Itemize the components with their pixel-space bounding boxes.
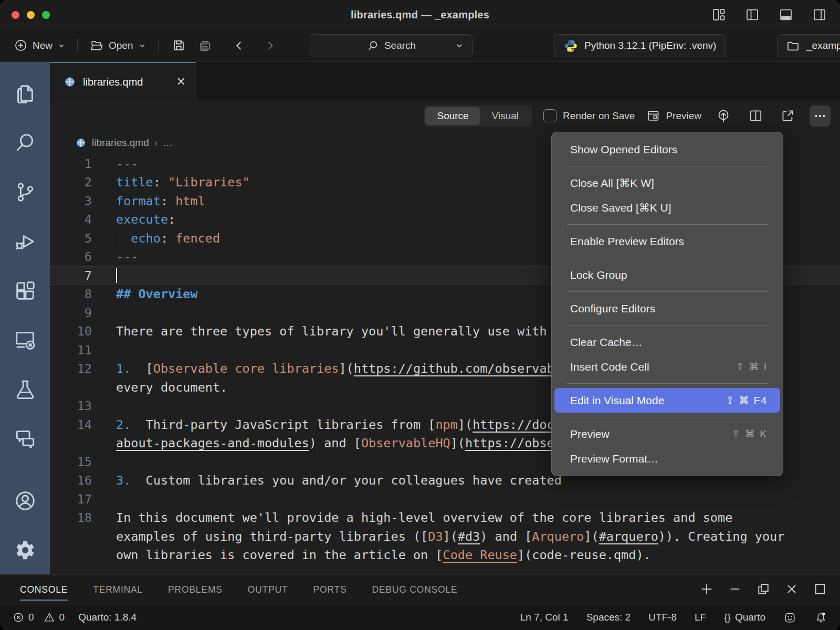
visual-mode-button[interactable]: Visual — [480, 107, 530, 125]
zoom-window-button[interactable] — [42, 11, 50, 19]
testing-icon[interactable] — [9, 371, 41, 408]
chevron-down-icon — [57, 41, 66, 50]
run-and-debug-icon[interactable] — [9, 223, 41, 260]
code-row[interactable]: 18In this document we'll provide a high-… — [50, 509, 840, 528]
language-mode-status[interactable]: {} Quarto — [724, 612, 765, 623]
eol-status[interactable]: LF — [695, 612, 706, 623]
panel-tab-terminal[interactable]: TERMINAL — [93, 580, 143, 600]
indentation-status[interactable]: Spaces: 2 — [586, 612, 631, 623]
settings-gear-icon[interactable] — [9, 531, 41, 569]
code-line-text: format: html — [116, 194, 205, 208]
preview-button[interactable]: Preview — [646, 109, 701, 123]
panel-tab-console[interactable]: CONSOLE — [20, 580, 68, 600]
breadcrumb-file[interactable]: libraries.qmd — [92, 137, 149, 149]
menu-item-label: Show Opened Editors — [570, 143, 677, 156]
panel-tab-problems[interactable]: PROBLEMS — [168, 580, 223, 600]
menu-item-label: Clear Cache… — [570, 336, 643, 349]
tab-close-icon[interactable]: ✕ — [176, 75, 186, 89]
project-selector[interactable]: _examples — [777, 34, 840, 57]
breadcrumb-ellipsis[interactable]: … — [163, 137, 173, 149]
code-line-text: examples of using third-party libraries … — [116, 529, 784, 544]
code-row[interactable]: own libraries is covered in the article … — [50, 546, 840, 565]
source-mode-button[interactable]: Source — [425, 107, 480, 125]
toggle-primary-sidebar-icon[interactable] — [741, 4, 763, 26]
code-line-text: every document. — [116, 380, 227, 395]
save-button[interactable] — [168, 35, 190, 56]
minimize-panel-icon[interactable] — [728, 582, 742, 598]
line-number: 18 — [50, 510, 92, 525]
close-panel-icon[interactable] — [784, 582, 799, 598]
plus-circle-icon — [14, 38, 28, 52]
new-console-plus-icon[interactable] — [699, 582, 714, 598]
menu-item-lock-group[interactable]: Lock Group — [554, 262, 780, 287]
menu-item-preview-format[interactable]: Preview Format… — [554, 446, 780, 471]
menu-item-preview[interactable]: Preview⇧ ⌘ K — [554, 422, 780, 446]
chat-icon[interactable] — [9, 420, 41, 458]
menu-item-label: Preview — [570, 428, 610, 440]
menu-item-enable-preview-editors[interactable]: Enable Preview Editors — [554, 229, 780, 254]
extensions-icon[interactable] — [9, 272, 41, 310]
menu-item-label: Lock Group — [570, 269, 627, 281]
maximize-panel-icon[interactable] — [813, 582, 827, 598]
new-button[interactable]: New — [12, 35, 68, 56]
folder-open-icon — [89, 38, 104, 53]
toolbar-divider — [158, 39, 159, 52]
minimize-window-button[interactable] — [27, 11, 35, 19]
menu-item-label: Close Saved [⌘K U] — [570, 202, 671, 214]
menu-item-insert-code-cell[interactable]: Insert Code Cell⇧ ⌘ I — [554, 354, 780, 379]
account-icon[interactable] — [9, 482, 41, 520]
panel-tab-output[interactable]: OUTPUT — [248, 580, 288, 600]
menu-item-close-all-k-w[interactable]: Close All [⌘K W] — [554, 171, 780, 195]
encoding-status[interactable]: UTF-8 — [648, 612, 677, 623]
panel-tab-ports[interactable]: PORTS — [313, 580, 346, 600]
search-icon[interactable] — [9, 124, 41, 162]
tab-libraries-qmd[interactable]: libraries.qmd ✕ — [50, 62, 196, 101]
render-publish-icon[interactable] — [713, 106, 734, 127]
code-line-text: In this document we'll provide a high-le… — [116, 510, 732, 525]
close-window-button[interactable] — [12, 11, 19, 19]
panel-tab-debug-console[interactable]: DEBUG CONSOLE — [372, 580, 457, 600]
quarto-file-icon — [75, 137, 87, 149]
open-in-new-window-icon[interactable] — [778, 106, 798, 126]
feedback-smiley-icon[interactable] — [783, 611, 796, 624]
notifications-bell-icon[interactable] — [814, 611, 827, 624]
toggle-secondary-sidebar-icon[interactable] — [808, 4, 831, 26]
interpreter-selector[interactable]: Python 3.12.1 (PipEnv: .venv) — [554, 34, 726, 57]
menu-item-configure-editors[interactable]: Configure Editors — [554, 296, 780, 321]
errors-icon — [13, 612, 24, 623]
explorer-icon[interactable] — [9, 75, 41, 112]
open-button[interactable]: Open — [87, 35, 148, 56]
toggle-panel-icon[interactable] — [775, 4, 797, 26]
source-control-icon[interactable] — [9, 173, 41, 211]
restore-panel-icon[interactable] — [756, 582, 771, 598]
braces-icon: {} — [724, 612, 731, 623]
menu-item-show-opened-editors[interactable]: Show Opened Editors — [554, 137, 780, 162]
indent-guide — [120, 229, 120, 248]
split-editor-icon[interactable] — [746, 106, 766, 126]
customize-layout-icon[interactable] — [708, 4, 730, 26]
code-row[interactable]: examples of using third-party libraries … — [50, 527, 840, 546]
sessions-icon[interactable] — [9, 321, 41, 359]
code-line-text: --- — [116, 156, 138, 171]
quarto-version-status[interactable]: Quarto: 1.8.4 — [78, 612, 136, 623]
open-label: Open — [109, 40, 133, 51]
render-on-save-checkbox[interactable] — [543, 109, 556, 122]
menu-item-edit-in-visual-mode[interactable]: Edit in Visual Mode⇧ ⌘ F4 — [554, 388, 780, 413]
navigate-forward-button[interactable] — [259, 35, 280, 56]
navigate-back-button[interactable] — [229, 35, 250, 56]
more-actions-button[interactable] — [810, 106, 831, 127]
menu-item-close-saved-k-u[interactable]: Close Saved [⌘K U] — [554, 195, 780, 220]
line-number: 10 — [50, 324, 92, 339]
global-search-input[interactable]: Search — [310, 34, 472, 57]
cursor-position-status[interactable]: Ln 7, Col 1 — [520, 612, 569, 623]
menu-item-label: Configure Editors — [570, 302, 655, 315]
line-number: 8 — [50, 287, 92, 301]
menu-item-label: Close All [⌘K W] — [570, 177, 654, 190]
problems-status[interactable]: 0 0 — [13, 612, 65, 623]
code-row[interactable]: 17 — [50, 490, 840, 509]
menu-item-label: Insert Code Cell — [570, 361, 649, 373]
menu-item-clear-cache[interactable]: Clear Cache… — [554, 330, 780, 354]
menu-divider — [567, 383, 768, 384]
save-all-button[interactable] — [194, 35, 215, 56]
menu-item-label: Preview Format… — [570, 453, 658, 465]
